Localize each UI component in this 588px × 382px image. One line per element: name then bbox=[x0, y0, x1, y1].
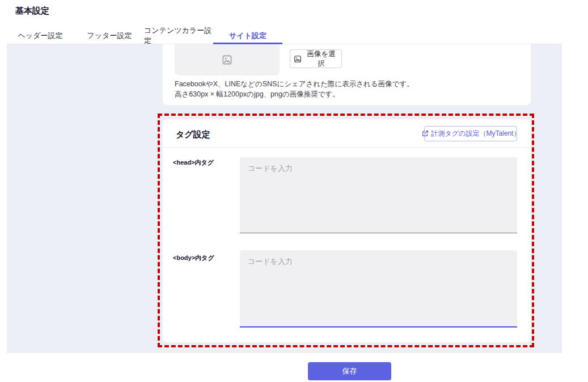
save-button[interactable]: 保存 bbox=[308, 362, 391, 380]
body-tag-label: <body>内タグ bbox=[173, 254, 214, 262]
tag-card-divider bbox=[163, 147, 531, 148]
external-link-icon bbox=[421, 130, 429, 137]
tab-content-color-settings[interactable]: コンテンツカラー設定 bbox=[144, 28, 213, 44]
og-image-description-line1: FacebookやX、LINEなどのSNSにシェアされた際に表示される画像です。 bbox=[175, 79, 414, 89]
basic-settings-page: 基本設定 ヘッダー設定 フッター設定 コンテンツカラー設定 サイト設定 bbox=[0, 0, 588, 382]
image-placeholder-icon bbox=[222, 54, 232, 65]
tracking-tag-settings-button-label: 計測タグの設定（MyTalent） bbox=[432, 129, 521, 138]
og-image-description-line2: 高さ630px × 幅1200pxのjpg、pngの画像推奨です。 bbox=[175, 89, 414, 99]
settings-tabbar: ヘッダー設定 フッター設定 コンテンツカラー設定 サイト設定 bbox=[6, 28, 282, 44]
og-image-card: 画像を選択 FacebookやX、LINEなどのSNSにシェアされた際に表示され… bbox=[163, 44, 531, 105]
site-settings-content: 画像を選択 FacebookやX、LINEなどのSNSにシェアされた際に表示され… bbox=[7, 44, 562, 353]
select-image-button-label: 画像を選択 bbox=[304, 49, 338, 69]
page-title: 基本設定 bbox=[15, 6, 49, 16]
tag-settings-title: タグ設定 bbox=[176, 129, 210, 140]
tab-header-settings[interactable]: ヘッダー設定 bbox=[6, 28, 75, 44]
head-tag-input[interactable] bbox=[240, 157, 517, 233]
select-image-button[interactable]: 画像を選択 bbox=[290, 49, 342, 68]
tag-settings-card: タグ設定 計測タグの設定（MyTalent） <head>内タグ <body>内… bbox=[163, 119, 531, 342]
head-tag-label: <head>内タグ bbox=[173, 158, 214, 167]
tracking-tag-settings-button[interactable]: 計測タグの設定（MyTalent） bbox=[424, 126, 517, 141]
tab-footer-settings[interactable]: フッター設定 bbox=[75, 28, 144, 44]
tab-site-settings[interactable]: サイト設定 bbox=[213, 28, 282, 44]
og-image-preview bbox=[175, 44, 280, 75]
image-icon bbox=[294, 55, 302, 63]
og-image-description: FacebookやX、LINEなどのSNSにシェアされた際に表示される画像です。… bbox=[175, 79, 414, 99]
body-tag-input[interactable] bbox=[240, 250, 517, 328]
